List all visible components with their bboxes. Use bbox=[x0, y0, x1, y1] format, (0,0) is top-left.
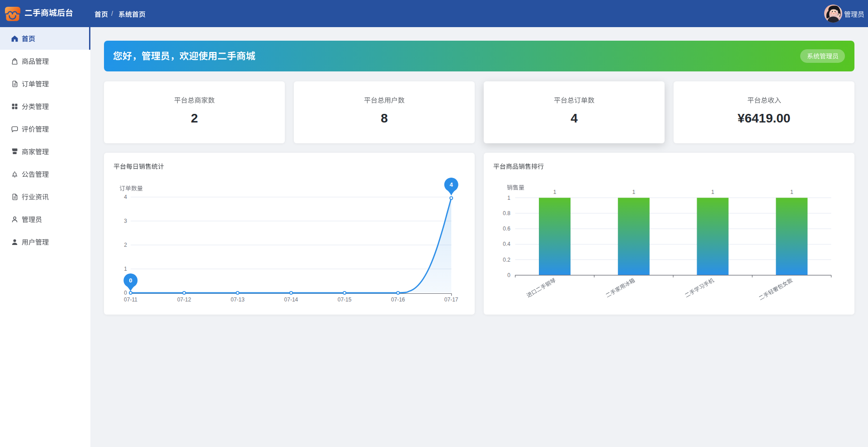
svg-text:07-13: 07-13 bbox=[231, 296, 245, 303]
svg-text:3: 3 bbox=[124, 218, 127, 224]
svg-text:07-11: 07-11 bbox=[124, 296, 137, 303]
svg-text:0: 0 bbox=[124, 290, 127, 296]
svg-text:0.8: 0.8 bbox=[503, 210, 510, 216]
svg-text:2: 2 bbox=[124, 242, 127, 248]
svg-text:07-14: 07-14 bbox=[284, 296, 298, 303]
svg-text:1: 1 bbox=[711, 189, 714, 195]
svg-text:0: 0 bbox=[129, 277, 132, 284]
svg-text:07-16: 07-16 bbox=[391, 296, 405, 303]
svg-text:0: 0 bbox=[507, 272, 510, 278]
svg-text:1: 1 bbox=[553, 189, 557, 195]
svg-text:0.4: 0.4 bbox=[503, 241, 510, 247]
svg-text:1: 1 bbox=[790, 189, 793, 195]
svg-text:07-17: 07-17 bbox=[444, 296, 458, 303]
svg-text:07-12: 07-12 bbox=[177, 296, 191, 303]
svg-text:07-15: 07-15 bbox=[338, 296, 352, 303]
svg-text:4: 4 bbox=[450, 181, 453, 188]
svg-text:1: 1 bbox=[124, 266, 127, 272]
svg-text:4: 4 bbox=[124, 194, 127, 200]
svg-text:1: 1 bbox=[507, 195, 510, 201]
svg-text:0.2: 0.2 bbox=[503, 257, 510, 263]
svg-text:0.6: 0.6 bbox=[503, 226, 510, 232]
svg-text:1: 1 bbox=[632, 189, 635, 195]
